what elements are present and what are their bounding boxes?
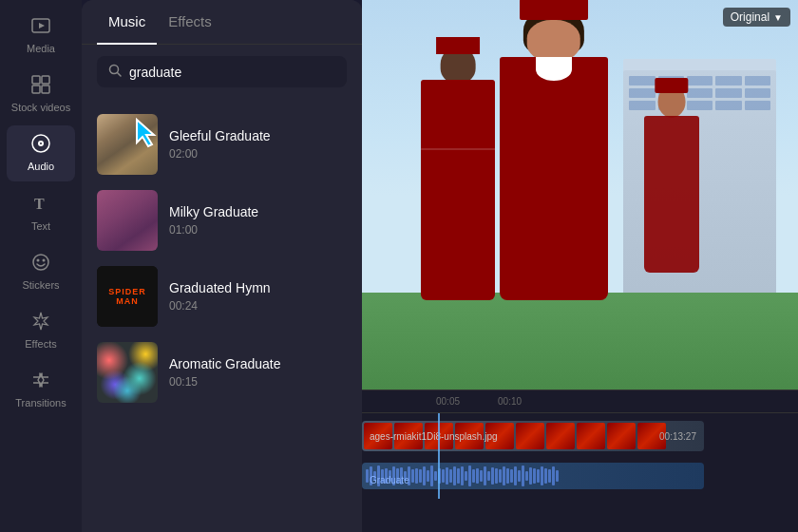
wave-bar xyxy=(503,466,505,485)
sidebar-item-transitions[interactable]: Transitions xyxy=(7,362,75,417)
sidebar: Media Stock videos Audio T xyxy=(0,0,82,532)
wave-bar xyxy=(366,469,369,483)
wave-bar xyxy=(476,468,479,484)
audio-track-clip[interactable]: Graduate xyxy=(362,463,704,489)
music-thumb-4 xyxy=(97,342,158,403)
sidebar-item-audio[interactable]: Audio xyxy=(7,125,75,180)
music-info-2: Milky Graduate 01:00 xyxy=(169,204,347,237)
video-frame xyxy=(362,0,798,390)
transitions-icon xyxy=(30,370,51,393)
thumb-mini-1 xyxy=(364,423,392,449)
wave-bar xyxy=(461,466,464,484)
audio-panel: Music Effects xyxy=(82,0,362,532)
music-title-1: Gleeful Graduate xyxy=(169,128,347,143)
wave-bar xyxy=(552,466,555,485)
svg-line-14 xyxy=(118,73,122,77)
music-duration-1: 02:00 xyxy=(169,147,347,161)
video-track-thumbs xyxy=(362,421,668,451)
tab-music[interactable]: Music xyxy=(97,0,157,45)
sidebar-item-label-media: Media xyxy=(27,43,55,55)
wave-bar xyxy=(484,466,486,484)
music-item-aromatic-graduate[interactable]: Aromatic Graduate 00:15 xyxy=(82,334,362,410)
music-thumb-2 xyxy=(97,190,158,251)
video-track-clip[interactable]: ages-rmiakit1Di8-unsplash.jpg 00:13:27 xyxy=(362,421,704,451)
ruler-tick-2: 00:10 xyxy=(498,396,522,407)
person-3 xyxy=(641,86,702,273)
wave-bar xyxy=(427,470,429,482)
svg-point-10 xyxy=(33,255,48,270)
music-item-graduated-hymn[interactable]: SPIDERMAN Graduated Hymn 00:24 xyxy=(82,258,362,334)
main-content: Original ▼ 00:05 00:10 xyxy=(362,0,798,532)
sidebar-item-text[interactable]: T Text xyxy=(7,185,75,240)
music-title-2: Milky Graduate xyxy=(169,204,347,219)
graduation-scene xyxy=(362,0,798,390)
thumb-mini-7 xyxy=(546,423,575,449)
wave-bar xyxy=(537,469,540,482)
wave-bar xyxy=(453,466,456,485)
music-item-gleeful-graduate[interactable]: Gleeful Graduate 02:00 xyxy=(82,106,362,182)
sidebar-item-effects[interactable]: Effects xyxy=(7,303,75,358)
wave-bar xyxy=(442,469,445,483)
music-title-3: Graduated Hymn xyxy=(169,280,347,295)
panel-tabs: Music Effects xyxy=(82,0,362,45)
sidebar-item-label-stickers: Stickers xyxy=(22,279,59,292)
music-thumb-1 xyxy=(97,114,158,175)
search-input-wrapper[interactable] xyxy=(97,56,347,87)
video-topbar: Original ▼ xyxy=(723,8,790,27)
svg-point-8 xyxy=(40,142,42,144)
timeline-content: ages-rmiakit1Di8-unsplash.jpg 00:13:27 xyxy=(362,413,798,499)
wave-bar xyxy=(510,469,513,483)
thumb-mini-8 xyxy=(577,423,605,449)
stock-videos-icon xyxy=(30,74,51,98)
thumb-mini-9 xyxy=(607,423,636,449)
wave-bar xyxy=(411,469,414,482)
wave-bar xyxy=(415,468,418,484)
person-1 xyxy=(414,47,502,300)
audio-track-row: Graduate xyxy=(362,459,798,495)
wave-bar xyxy=(457,468,460,484)
tab-effects[interactable]: Effects xyxy=(157,0,223,45)
sidebar-item-label-text: Text xyxy=(31,220,50,233)
quality-label: Original xyxy=(731,10,770,24)
playhead[interactable] xyxy=(438,413,440,499)
wave-bar xyxy=(446,467,448,484)
effects-icon xyxy=(30,311,51,334)
wave-bar xyxy=(525,471,528,482)
quality-dropdown-icon: ▼ xyxy=(773,12,783,23)
wave-bar xyxy=(468,466,471,486)
audio-waveform xyxy=(362,463,704,489)
music-info-1: Gleeful Graduate 02:00 xyxy=(169,128,347,161)
wave-bar xyxy=(529,467,532,484)
wave-bar xyxy=(518,470,521,482)
music-item-milky-graduate[interactable]: Milky Graduate 01:00 xyxy=(82,182,362,258)
thumb-mini-5 xyxy=(485,423,514,449)
sidebar-item-label-audio: Audio xyxy=(28,161,54,173)
spiderman-text: SPIDERMAN xyxy=(97,266,158,327)
sidebar-item-media[interactable]: Media xyxy=(7,8,75,63)
svg-marker-1 xyxy=(39,23,45,28)
search-input[interactable] xyxy=(129,65,335,80)
wave-bar xyxy=(449,469,452,482)
wave-bar xyxy=(556,470,559,482)
wave-bar xyxy=(480,470,483,482)
thumb-colorful xyxy=(97,342,158,403)
svg-rect-2 xyxy=(32,76,40,84)
ruler-tick-1: 00:05 xyxy=(436,396,460,407)
search-icon xyxy=(108,64,122,80)
svg-rect-5 xyxy=(42,86,49,93)
wave-bar xyxy=(423,466,426,484)
person-2 xyxy=(493,8,616,300)
music-title-4: Aromatic Graduate xyxy=(169,356,347,371)
timeline-area: 00:05 00:10 xyxy=(362,390,798,532)
sidebar-item-stock-videos[interactable]: Stock videos xyxy=(7,66,75,122)
audio-icon xyxy=(30,133,51,157)
wave-bar xyxy=(472,469,475,483)
music-info-4: Aromatic Graduate 00:15 xyxy=(169,356,347,389)
wave-bar xyxy=(419,469,422,483)
music-duration-4: 00:15 xyxy=(169,375,347,389)
quality-badge[interactable]: Original ▼ xyxy=(723,8,790,27)
svg-text:T: T xyxy=(34,196,45,212)
wave-bar xyxy=(495,468,498,484)
sidebar-item-stickers[interactable]: Stickers xyxy=(7,244,75,299)
wave-bar xyxy=(514,466,517,484)
